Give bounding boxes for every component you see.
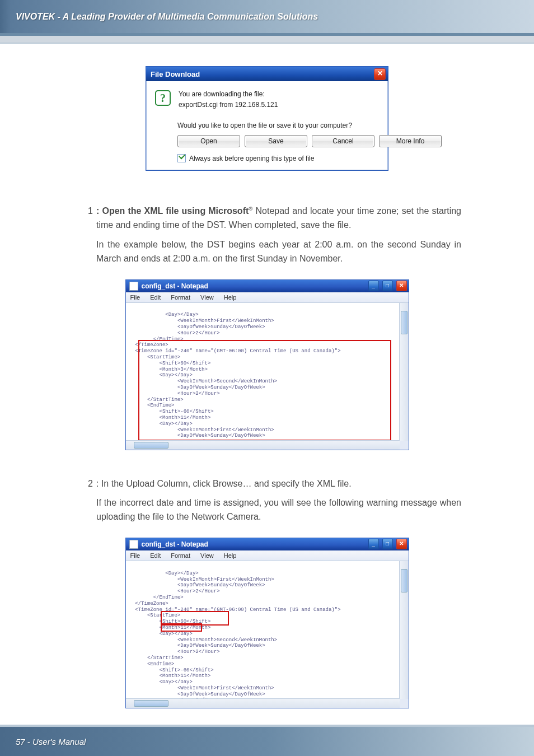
maximize-icon[interactable]: □ bbox=[382, 539, 393, 549]
header-title: VIVOTEK - A Leading Provider of Multimed… bbox=[16, 12, 318, 22]
menu-edit[interactable]: Edit bbox=[150, 294, 161, 301]
file-download-title: File Download bbox=[151, 70, 200, 78]
scrollbar-corner bbox=[400, 441, 409, 450]
maximize-icon[interactable]: □ bbox=[382, 281, 393, 291]
more-info-button[interactable]: More Info bbox=[379, 135, 442, 147]
minimize-icon[interactable]: _ bbox=[368, 281, 379, 291]
open-button[interactable]: Open bbox=[177, 135, 240, 147]
footer-text: 57 - User's Manual bbox=[16, 737, 86, 746]
vertical-scrollbar[interactable] bbox=[399, 561, 409, 699]
step-1-number: 1 bbox=[83, 204, 93, 232]
horizontal-scrollbar[interactable] bbox=[126, 698, 400, 708]
scrollbar-thumb[interactable] bbox=[401, 311, 407, 334]
notepad-window-1: config_dst - Notepad _ □ ✕ File Edit For… bbox=[125, 279, 409, 450]
scrollbar-thumb[interactable] bbox=[134, 442, 168, 449]
notepad-code-1: <Day></Day> <WeekInMonth>First</WeekInMo… bbox=[129, 312, 341, 449]
fd-prompt: Would you like to open the file or save … bbox=[177, 122, 380, 129]
menu-help[interactable]: Help bbox=[224, 552, 237, 559]
notepad-code-2: <Day></Day> <WeekInMonth>First</WeekInMo… bbox=[129, 571, 341, 708]
close-icon[interactable]: ✕ bbox=[396, 281, 407, 291]
horizontal-scrollbar[interactable] bbox=[126, 440, 400, 450]
menu-format[interactable]: Format bbox=[171, 294, 190, 301]
scrollbar-thumb[interactable] bbox=[401, 569, 407, 592]
notepad-menubar-2: File Edit Format View Help bbox=[126, 550, 409, 561]
page-footer: 57 - User's Manual bbox=[0, 725, 534, 756]
fd-text-line2: exportDst.cgi from 192.168.5.121 bbox=[179, 100, 278, 110]
step-2-block: 2 : In the Upload Column, click Browse… … bbox=[83, 477, 461, 524]
menu-format[interactable]: Format bbox=[171, 552, 190, 559]
notepad-icon bbox=[129, 282, 138, 291]
file-download-body: ? You are downloading the file: exportDs… bbox=[146, 81, 388, 170]
minimize-icon[interactable]: _ bbox=[368, 539, 379, 549]
menu-edit[interactable]: Edit bbox=[150, 552, 161, 559]
step-2-text: : In the Upload Column, click Browse… an… bbox=[96, 477, 461, 491]
vertical-scrollbar[interactable] bbox=[399, 303, 409, 441]
menu-view[interactable]: View bbox=[200, 552, 214, 559]
svg-text:?: ? bbox=[160, 92, 166, 104]
step-1-para2: In the example below, the DST begins eac… bbox=[96, 238, 461, 266]
menu-help[interactable]: Help bbox=[224, 294, 237, 301]
scrollbar-corner bbox=[400, 699, 409, 708]
file-download-dialog: File Download ✕ ? You are downloading th… bbox=[146, 66, 388, 171]
notepad-title-1: config_dst - Notepad bbox=[142, 282, 208, 290]
always-ask-label: Always ask before opening this type of f… bbox=[189, 155, 314, 162]
save-button[interactable]: Save bbox=[245, 135, 307, 147]
notepad-icon bbox=[129, 540, 138, 549]
step-2-para2: If the incorrect date and time is assign… bbox=[96, 496, 461, 524]
notepad-titlebar-2[interactable]: config_dst - Notepad _ □ ✕ bbox=[126, 538, 409, 550]
notepad-titlebar-1[interactable]: config_dst - Notepad _ □ ✕ bbox=[126, 280, 409, 292]
close-icon[interactable]: ✕ bbox=[374, 68, 386, 80]
notepad-title-2: config_dst - Notepad bbox=[142, 540, 208, 548]
step-2-number: 2 bbox=[83, 477, 93, 491]
notepad-body-2[interactable]: <Day></Day> <WeekInMonth>First</WeekInMo… bbox=[126, 561, 409, 708]
fd-text-line1: You are downloading the file: bbox=[179, 89, 278, 100]
close-icon[interactable]: ✕ bbox=[396, 539, 407, 549]
menu-file[interactable]: File bbox=[130, 294, 140, 301]
page-header: VIVOTEK - A Leading Provider of Multimed… bbox=[0, 0, 534, 36]
always-ask-checkbox[interactable] bbox=[177, 154, 186, 162]
notepad-menubar-1: File Edit Format View Help bbox=[126, 292, 409, 303]
sub-header-band bbox=[0, 36, 534, 44]
step-1-text: : Open the XML file using Microsoft® Not… bbox=[96, 204, 461, 232]
notepad-window-2: config_dst - Notepad _ □ ✕ File Edit For… bbox=[125, 538, 409, 708]
menu-view[interactable]: View bbox=[200, 294, 214, 301]
notepad-body-1[interactable]: <Day></Day> <WeekInMonth>First</WeekInMo… bbox=[126, 303, 409, 450]
file-download-titlebar[interactable]: File Download ✕ bbox=[146, 67, 388, 81]
cancel-button[interactable]: Cancel bbox=[312, 135, 374, 147]
scrollbar-thumb[interactable] bbox=[134, 700, 168, 707]
step-1-block: 1 : Open the XML file using Microsoft® N… bbox=[83, 204, 461, 265]
content-area: File Download ✕ ? You are downloading th… bbox=[0, 44, 534, 708]
question-icon: ? bbox=[154, 89, 172, 107]
menu-file[interactable]: File bbox=[130, 552, 140, 559]
